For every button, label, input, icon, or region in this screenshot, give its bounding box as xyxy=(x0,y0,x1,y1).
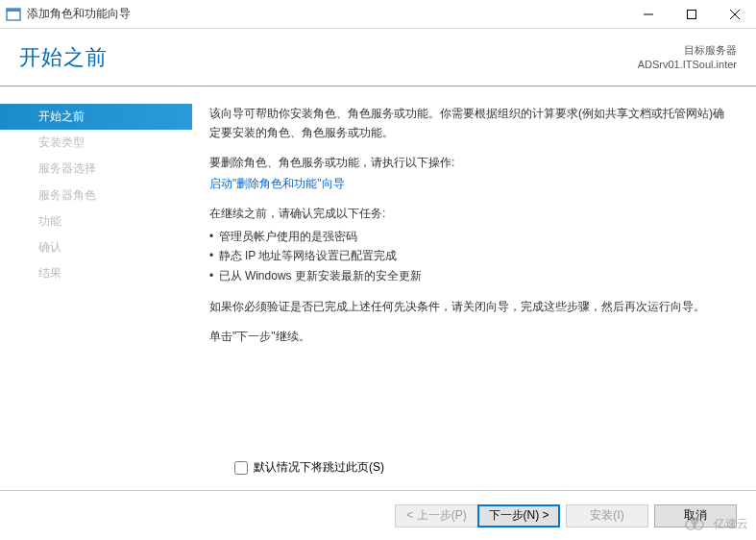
remove-prefix: 要删除角色、角色服务或功能，请执行以下操作: xyxy=(209,153,727,172)
step-server-selection: 服务器选择 xyxy=(0,156,192,182)
close-note: 如果你必须验证是否已完成上述任何先决条件，请关闭向导，完成这些步骤，然后再次运行… xyxy=(209,297,727,316)
step-installation-type: 安装类型 xyxy=(0,130,192,156)
step-features: 功能 xyxy=(0,209,192,234)
app-icon xyxy=(6,7,21,22)
skip-page-label: 默认情况下将跳过此页(S) xyxy=(254,459,384,476)
list-item: 管理员帐户使用的是强密码 xyxy=(209,227,727,246)
close-button[interactable] xyxy=(713,0,756,28)
target-label: 目标服务器 xyxy=(638,43,737,57)
wizard-steps-sidebar: 开始之前 安装类型 服务器选择 服务器角色 功能 确认 结果 xyxy=(0,86,192,485)
svg-rect-3 xyxy=(687,10,695,18)
content-area: 该向导可帮助你安装角色、角色服务或功能。你需要根据组织的计算要求(例如共享文档或… xyxy=(192,86,756,485)
step-server-roles: 服务器角色 xyxy=(0,183,192,209)
minimize-button[interactable] xyxy=(626,0,670,28)
window-title: 添加角色和功能向导 xyxy=(27,6,626,22)
step-confirmation: 确认 xyxy=(0,234,192,260)
list-item: 已从 Windows 更新安装最新的安全更新 xyxy=(209,266,727,285)
titlebar: 添加角色和功能向导 xyxy=(0,0,756,29)
window-controls xyxy=(626,0,756,28)
remove-roles-link[interactable]: 启动"删除角色和功能"向导 xyxy=(209,177,345,190)
header: 开始之前 目标服务器 ADSrv01.ITSoul.inter xyxy=(0,29,756,86)
target-server: ADSrv01.ITSoul.inter xyxy=(638,58,737,71)
install-button: 安装(I) xyxy=(566,504,648,528)
step-results: 结果 xyxy=(0,260,192,286)
prerequisite-list: 管理员帐户使用的是强密码 静态 IP 地址等网络设置已配置完成 已从 Windo… xyxy=(209,227,727,285)
cancel-button[interactable]: 取消 xyxy=(654,504,737,528)
intro-text: 该向导可帮助你安装角色、角色服务或功能。你需要根据组织的计算要求(例如共享文档或… xyxy=(209,104,727,143)
previous-button: < 上一步(P) xyxy=(395,504,477,528)
skip-page-option[interactable]: 默认情况下将跳过此页(S) xyxy=(234,459,384,476)
skip-page-checkbox[interactable] xyxy=(234,461,248,475)
verify-prefix: 在继续之前，请确认完成以下任务: xyxy=(209,204,727,223)
target-server-info: 目标服务器 ADSrv01.ITSoul.inter xyxy=(638,43,737,71)
svg-rect-1 xyxy=(7,9,20,12)
page-title: 开始之前 xyxy=(19,43,108,72)
list-item: 静态 IP 地址等网络设置已配置完成 xyxy=(209,246,727,265)
continue-note: 单击"下一步"继续。 xyxy=(209,327,727,346)
wizard-footer: < 上一步(P) 下一步(N) > 安装(I) 取消 xyxy=(0,490,756,540)
next-button[interactable]: 下一步(N) > xyxy=(477,504,560,528)
maximize-button[interactable] xyxy=(670,0,713,28)
step-before-you-begin[interactable]: 开始之前 xyxy=(0,104,192,130)
